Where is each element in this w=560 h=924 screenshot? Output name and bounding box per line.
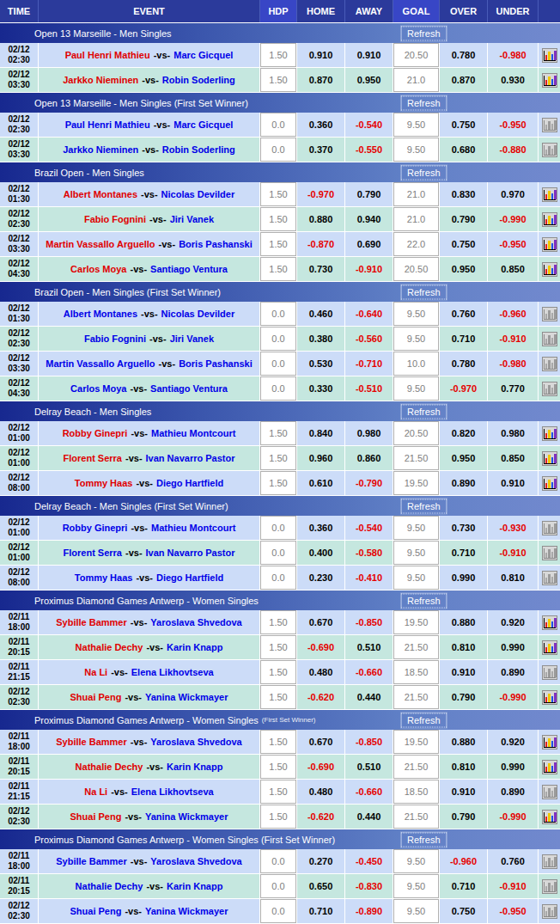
refresh-button[interactable]: Refresh bbox=[401, 404, 447, 419]
match-start-time: 04:30 bbox=[8, 389, 30, 399]
hdp-value: 0.0 bbox=[260, 302, 296, 326]
bar-chart-icon[interactable] bbox=[542, 546, 557, 560]
bar-chart-icon[interactable] bbox=[542, 571, 557, 585]
away-odds: -0.850 bbox=[345, 610, 393, 634]
bar-chart-icon[interactable] bbox=[542, 476, 557, 491]
chart-icon-cell bbox=[539, 610, 560, 634]
section-title: Open 13 Marseille - Men Singles (First S… bbox=[34, 98, 248, 108]
refresh-button[interactable]: Refresh bbox=[401, 832, 447, 847]
bar-chart-icon[interactable] bbox=[542, 118, 557, 132]
home-odds: 0.610 bbox=[297, 471, 344, 495]
section-header: Delray Beach - Men SinglesRefresh bbox=[0, 401, 560, 421]
bar-chart-icon[interactable] bbox=[542, 615, 557, 630]
home-odds: 0.230 bbox=[297, 566, 344, 590]
bar-chart-icon[interactable] bbox=[542, 237, 557, 252]
over-odds: 0.950 bbox=[440, 446, 487, 470]
refresh-button[interactable]: Refresh bbox=[401, 499, 447, 513]
chart-icon-cell bbox=[539, 376, 560, 401]
table-row: 02/1201:30Albert Montanes-vs-Nicolas Dev… bbox=[0, 182, 560, 206]
away-player-name: Mathieu Montcourt bbox=[151, 428, 235, 438]
event-matchup: Carlos Moya-vs-Santiago Ventura bbox=[39, 376, 259, 401]
match-start-time: 21:15 bbox=[8, 792, 30, 802]
away-player-name: Jiri Vanek bbox=[170, 214, 214, 224]
bar-chart-icon[interactable] bbox=[542, 382, 557, 396]
column-header-row: TIMEEVENTHDPHOMEAWAYGOALOVERUNDER bbox=[0, 0, 560, 22]
away-player-name: Yanina Wickmayer bbox=[145, 811, 228, 822]
section-title: Open 13 Marseille - Men Singles bbox=[34, 28, 172, 39]
goal-value: 9.50 bbox=[393, 566, 439, 590]
hdp-value: 1.50 bbox=[260, 805, 296, 829]
match-date: 02/12 bbox=[8, 567, 29, 578]
away-odds: -0.830 bbox=[345, 874, 393, 898]
event-matchup: Sybille Bammer-vs-Yaroslava Shvedova bbox=[39, 610, 259, 634]
vs-label: -vs- bbox=[131, 523, 148, 533]
home-odds: 0.360 bbox=[297, 113, 344, 137]
bar-chart-icon[interactable] bbox=[542, 426, 557, 441]
hdp-value: 1.50 bbox=[260, 780, 296, 804]
match-time: 02/1202:30 bbox=[0, 207, 38, 231]
bar-chart-icon[interactable] bbox=[542, 307, 557, 321]
bar-chart-icon[interactable] bbox=[542, 810, 557, 824]
away-player-name: Santiago Ventura bbox=[150, 383, 228, 394]
refresh-button[interactable]: Refresh bbox=[401, 26, 447, 40]
bar-chart-icon[interactable] bbox=[542, 143, 557, 157]
refresh-button[interactable]: Refresh bbox=[401, 285, 447, 299]
bar-chart-icon[interactable] bbox=[542, 187, 557, 202]
refresh-button[interactable]: Refresh bbox=[401, 165, 447, 180]
refresh-button[interactable]: Refresh bbox=[401, 713, 447, 727]
bar-chart-icon[interactable] bbox=[542, 640, 557, 655]
bar-chart-icon[interactable] bbox=[542, 262, 557, 277]
match-date: 02/12 bbox=[8, 353, 29, 364]
match-date: 02/11 bbox=[9, 637, 29, 647]
chart-icon-cell bbox=[539, 635, 560, 659]
away-odds: -0.890 bbox=[345, 899, 393, 923]
hdp-value: 1.50 bbox=[260, 755, 296, 779]
home-player-name: Fabio Fognini bbox=[84, 333, 146, 344]
refresh-button[interactable]: Refresh bbox=[401, 593, 447, 608]
match-start-time: 03:30 bbox=[8, 244, 30, 254]
match-start-time: 04:30 bbox=[8, 269, 30, 279]
match-start-time: 18:00 bbox=[8, 861, 30, 872]
bar-chart-icon[interactable] bbox=[542, 665, 557, 680]
bar-chart-icon[interactable] bbox=[542, 521, 557, 535]
away-odds: 0.940 bbox=[345, 207, 393, 231]
table-row: 02/1208:00Tommy Haas-vs-Diego Hartfield1… bbox=[0, 471, 560, 495]
match-date: 02/12 bbox=[8, 209, 29, 219]
bar-chart-icon[interactable] bbox=[542, 854, 557, 869]
chart-icon-cell bbox=[539, 43, 560, 67]
bar-chart-icon[interactable] bbox=[542, 212, 557, 227]
bar-chart-icon[interactable] bbox=[542, 879, 557, 894]
refresh-button[interactable]: Refresh bbox=[401, 95, 447, 110]
vs-label: -vs- bbox=[149, 214, 167, 224]
hdp-value: 0.0 bbox=[260, 138, 296, 162]
section-header: Proximus Diamond Games Antwerp - Women S… bbox=[0, 591, 560, 610]
vs-label: -vs- bbox=[141, 189, 158, 199]
bar-chart-icon[interactable] bbox=[542, 73, 557, 88]
vs-label: -vs- bbox=[146, 762, 163, 772]
match-date: 02/12 bbox=[8, 473, 29, 483]
bar-chart-icon[interactable] bbox=[542, 357, 557, 371]
bar-chart-icon[interactable] bbox=[542, 332, 557, 346]
match-start-time: 20:15 bbox=[8, 767, 30, 777]
home-player-name: Carlos Moya bbox=[70, 264, 126, 274]
home-player-name: Sybille Bammer bbox=[56, 737, 127, 747]
bar-chart-icon[interactable] bbox=[542, 690, 557, 705]
match-time: 02/1201:00 bbox=[0, 446, 38, 470]
home-player-name: Shuai Peng bbox=[70, 906, 122, 916]
bar-chart-icon[interactable] bbox=[542, 785, 557, 799]
home-odds: 0.530 bbox=[297, 352, 344, 376]
bar-chart-icon[interactable] bbox=[542, 48, 557, 63]
section-header: Delray Beach - Men Singles (First Set Wi… bbox=[0, 496, 560, 516]
bar-chart-icon[interactable] bbox=[542, 735, 557, 750]
home-player-name: Nathalie Dechy bbox=[76, 642, 143, 652]
bar-chart-icon[interactable] bbox=[542, 451, 557, 466]
home-odds: 0.270 bbox=[297, 849, 344, 873]
chart-icon-cell bbox=[539, 138, 560, 162]
bar-chart-icon[interactable] bbox=[542, 760, 557, 774]
bar-chart-icon[interactable] bbox=[542, 904, 557, 919]
away-odds: -0.640 bbox=[345, 302, 393, 326]
event-matchup: Sybille Bammer-vs-Yaroslava Shvedova bbox=[39, 849, 259, 873]
home-player-name: Nathalie Dechy bbox=[76, 881, 143, 891]
vs-label: -vs- bbox=[125, 453, 143, 463]
away-odds: -0.710 bbox=[345, 352, 393, 376]
